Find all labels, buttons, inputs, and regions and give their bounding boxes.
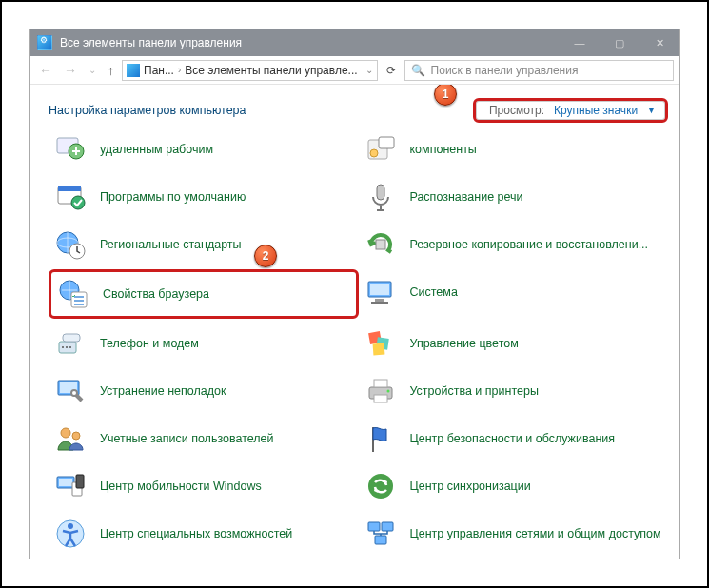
globe-checklist-icon — [57, 279, 89, 309]
chevron-down-icon: ▼ — [647, 106, 656, 115]
chevron-right-icon: › — [178, 65, 181, 75]
svg-rect-39 — [76, 475, 84, 488]
item-sync-center[interactable]: Центр синхронизации — [359, 463, 669, 509]
mobility-icon — [54, 471, 87, 501]
breadcrumb-root[interactable]: Пан... — [144, 64, 174, 77]
item-troubleshooting[interactable]: Устранение неполадок — [49, 368, 359, 414]
svg-point-40 — [368, 474, 393, 499]
search-placeholder: Поиск в панели управления — [431, 64, 579, 77]
item-label: Устройства и принтеры — [410, 384, 539, 399]
item-color-management[interactable]: Управление цветом — [359, 321, 669, 366]
system-icon — [364, 277, 397, 307]
remote-desktop-icon — [54, 134, 87, 165]
svg-point-35 — [72, 432, 80, 440]
close-button[interactable]: ✕ — [640, 29, 679, 56]
item-regional-settings[interactable]: Региональные стандарты — [49, 222, 359, 267]
svg-point-21 — [62, 346, 64, 348]
svg-point-33 — [386, 390, 389, 393]
window-titlebar: Все элементы панели управления — ▢ ✕ — [30, 29, 679, 56]
annotation-badge-2: 2 — [254, 245, 277, 267]
sync-icon — [364, 471, 397, 501]
item-label: Центр управления сетями и общим доступом — [410, 527, 661, 541]
accessibility-icon — [54, 519, 87, 549]
back-button[interactable]: ← — [35, 63, 56, 78]
svg-rect-37 — [59, 479, 72, 486]
item-speech-recognition[interactable]: Распознавание речи — [359, 174, 669, 220]
svg-rect-8 — [377, 185, 384, 200]
item-label: Программы по умолчанию — [100, 190, 246, 205]
svg-rect-31 — [374, 380, 387, 387]
color-management-icon — [364, 328, 397, 359]
item-phone-modem[interactable]: Телефон и модем — [49, 321, 359, 366]
svg-point-7 — [71, 196, 85, 209]
item-label: компоненты — [410, 143, 477, 157]
item-label: удаленным рабочим — [100, 143, 213, 157]
refresh-button[interactable]: ⟳ — [382, 64, 401, 77]
item-mobility-center[interactable]: Центр мобильности Windows — [49, 463, 359, 509]
item-label: Учетные записи пользователей — [100, 432, 274, 446]
breadcrumb-current[interactable]: Все элементы панели управле... — [185, 64, 357, 77]
window-title: Все элементы панели управления — [60, 36, 560, 49]
forward-button[interactable]: → — [60, 63, 81, 78]
maximize-button[interactable]: ▢ — [600, 29, 640, 56]
item-label: Управление цветом — [410, 337, 519, 351]
control-panel-icon — [127, 64, 140, 77]
view-label: Просмотр: — [489, 104, 544, 117]
svg-rect-26 — [372, 343, 384, 356]
flag-icon — [364, 423, 397, 454]
svg-rect-3 — [379, 137, 394, 148]
search-input[interactable]: 🔍 Поиск в панели управления — [404, 60, 674, 81]
svg-rect-43 — [368, 522, 380, 531]
phone-modem-icon — [54, 328, 87, 359]
item-label: Телефон и модем — [100, 337, 199, 351]
content-area: Настройка параметров компьютера Просмотр… — [30, 85, 679, 559]
item-security-maintenance[interactable]: Центр безопасности и обслуживания — [359, 416, 669, 461]
svg-rect-6 — [58, 186, 81, 191]
svg-point-4 — [370, 149, 378, 157]
recent-button[interactable]: ⌄ — [85, 65, 100, 75]
user-accounts-icon — [54, 423, 87, 454]
svg-rect-45 — [375, 536, 386, 544]
breadcrumb[interactable]: Пан... › Все элементы панели управле... … — [122, 60, 378, 81]
troubleshoot-icon — [54, 376, 87, 406]
item-label: Центр безопасности и обслуживания — [410, 432, 616, 446]
svg-point-29 — [71, 390, 77, 396]
globe-clock-icon — [54, 229, 87, 260]
svg-rect-32 — [374, 395, 387, 402]
minimize-button[interactable]: — — [560, 29, 600, 56]
view-value: Крупные значки — [554, 104, 638, 117]
view-selector[interactable]: Просмотр: Крупные значки ▼ — [473, 98, 668, 123]
item-user-accounts[interactable]: Учетные записи пользователей — [49, 416, 359, 461]
svg-point-22 — [66, 346, 68, 348]
item-label: Свойства браузера — [103, 287, 209, 302]
control-panel-icon — [37, 35, 52, 50]
item-system[interactable]: Система — [359, 269, 669, 315]
item-devices-printers[interactable]: Устройства и принтеры — [359, 368, 669, 414]
item-label: Центр мобильности Windows — [100, 480, 262, 494]
item-default-programs[interactable]: Программы по умолчанию — [49, 174, 359, 220]
svg-point-23 — [69, 346, 71, 348]
printer-icon — [364, 376, 397, 406]
item-network-sharing[interactable]: Центр управления сетями и общим доступом — [359, 511, 669, 557]
item-remote-desktop[interactable]: удаленным рабочим — [49, 127, 359, 172]
microphone-icon — [364, 182, 397, 212]
item-backup-restore[interactable]: Резервное копирование и восстановлени... — [359, 222, 669, 267]
item-label: Устранение неполадок — [100, 384, 226, 399]
chevron-down-icon[interactable]: ⌄ — [365, 65, 373, 75]
svg-rect-12 — [376, 240, 385, 249]
backup-icon — [364, 229, 397, 260]
svg-rect-18 — [371, 302, 388, 304]
svg-point-42 — [68, 523, 73, 529]
svg-rect-16 — [370, 284, 389, 295]
item-components[interactable]: компоненты — [359, 127, 669, 172]
svg-rect-17 — [375, 299, 384, 302]
address-bar: ← → ⌄ ↑ Пан... › Все элементы панели упр… — [30, 56, 679, 85]
components-icon — [364, 134, 397, 165]
network-icon — [364, 519, 397, 549]
default-programs-icon — [54, 182, 87, 212]
up-button[interactable]: ↑ — [104, 63, 118, 78]
items-grid: удаленным рабочим компоненты Программы п… — [49, 127, 668, 557]
item-ease-of-access[interactable]: Центр специальных возможностей — [49, 511, 359, 557]
window-controls: — ▢ ✕ — [560, 29, 679, 56]
item-internet-options[interactable]: Свойства браузера — [49, 269, 359, 319]
